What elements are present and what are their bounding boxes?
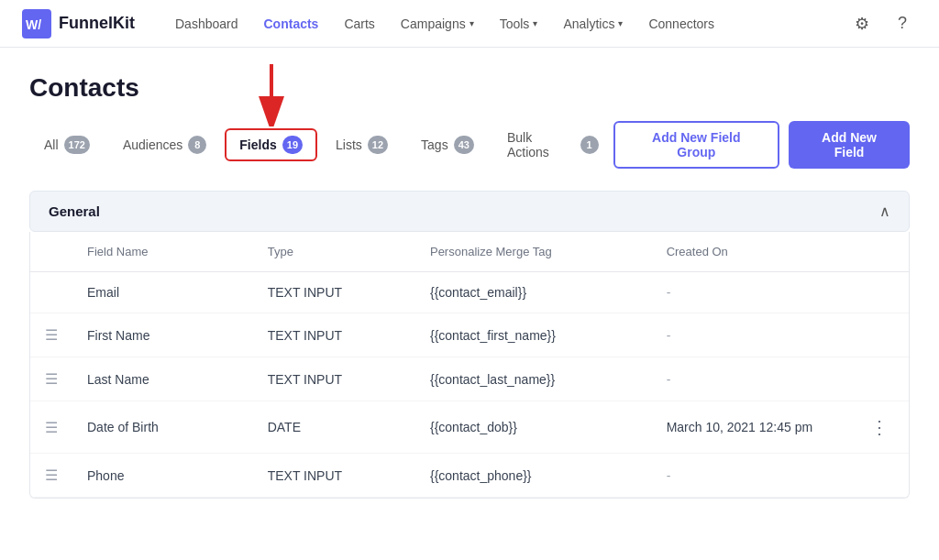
settings-button[interactable]: ⚙ xyxy=(847,9,877,38)
analytics-chevron-icon: ▾ xyxy=(618,18,623,28)
tab-bulk-actions[interactable]: Bulk Actions 1 xyxy=(492,123,613,167)
field-type-cell: TEXT INPUT xyxy=(253,357,415,401)
page-content: Contacts All 172 Audiences 8 xyxy=(0,48,939,524)
tab-all-badge: 172 xyxy=(64,136,90,154)
table-row: ☰First NameTEXT INPUT{{contact_first_nam… xyxy=(30,313,909,357)
tab-audiences[interactable]: Audiences 8 xyxy=(108,128,221,161)
section-header: General ∧ xyxy=(29,191,910,232)
tab-fields-badge: 19 xyxy=(282,136,303,154)
campaigns-chevron-icon: ▾ xyxy=(470,18,474,28)
col-name-header: Field Name xyxy=(72,232,253,272)
section-title: General xyxy=(49,203,100,219)
field-type-cell: TEXT INPUT xyxy=(253,454,415,498)
nav-icons: ⚙ ? xyxy=(847,9,917,38)
svg-text:W/: W/ xyxy=(26,17,41,32)
tab-lists-label: Lists xyxy=(336,137,362,152)
field-created-cell: - xyxy=(652,454,850,498)
field-created-cell: March 10, 2021 12:45 pm xyxy=(652,401,850,454)
nav-campaigns[interactable]: Campaigns ▾ xyxy=(390,11,485,37)
field-created-cell: - xyxy=(652,357,850,401)
tab-lists[interactable]: Lists 12 xyxy=(321,128,403,161)
tab-tags-label: Tags xyxy=(421,137,448,152)
nav-dashboard[interactable]: Dashboard xyxy=(164,11,249,37)
add-field-group-button[interactable]: Add New Field Group xyxy=(613,121,780,169)
field-merge-tag-cell: {{contact_last_name}} xyxy=(415,357,652,401)
brand: W/ FunnelKit xyxy=(22,9,135,38)
brand-logo-icon: W/ xyxy=(22,9,51,38)
tab-bulk-badge: 1 xyxy=(580,136,599,154)
drag-handle-icon[interactable]: ☰ xyxy=(45,467,58,483)
field-name-cell: Email xyxy=(72,272,253,313)
table-row: ☰PhoneTEXT INPUT{{contact_phone}}- xyxy=(30,454,909,498)
tab-fields-wrapper: Fields 19 xyxy=(225,128,317,161)
field-created-cell: - xyxy=(652,272,850,313)
table-body: EmailTEXT INPUT{{contact_email}}-☰First … xyxy=(30,272,909,498)
drag-handle-icon[interactable]: ☰ xyxy=(45,327,58,343)
col-merge-header: Personalize Merge Tag xyxy=(415,232,652,272)
col-actions-header xyxy=(850,232,909,272)
red-arrow-icon xyxy=(253,64,290,126)
field-table: Field Name Type Personalize Merge Tag Cr… xyxy=(30,232,909,498)
navbar: W/ FunnelKit Dashboard Contacts Carts Ca… xyxy=(0,0,939,48)
table-header: Field Name Type Personalize Merge Tag Cr… xyxy=(30,232,909,272)
field-name-cell: Last Name xyxy=(72,357,253,401)
tabs-container: All 172 Audiences 8 xyxy=(29,123,613,167)
field-merge-tag-cell: {{contact_phone}} xyxy=(415,454,652,498)
field-type-cell: TEXT INPUT xyxy=(253,313,415,357)
nav-tools[interactable]: Tools ▾ xyxy=(489,11,549,37)
row-more-button[interactable]: ⋮ xyxy=(865,414,894,440)
col-created-header: Created On xyxy=(652,232,850,272)
field-merge-tag-cell: {{contact_first_name}} xyxy=(415,313,652,357)
brand-name: FunnelKit xyxy=(59,14,135,33)
table-row: EmailTEXT INPUT{{contact_email}}- xyxy=(30,272,909,313)
tab-audiences-badge: 8 xyxy=(188,136,206,154)
tab-bulk-label: Bulk Actions xyxy=(507,130,575,159)
nav-carts[interactable]: Carts xyxy=(333,11,385,37)
field-name-cell: First Name xyxy=(72,313,253,357)
drag-handle-icon[interactable]: ☰ xyxy=(45,420,58,435)
field-type-cell: DATE xyxy=(253,401,415,454)
tab-all[interactable]: All 172 xyxy=(29,128,105,161)
field-name-cell: Date of Birth xyxy=(72,401,253,454)
field-name-cell: Phone xyxy=(72,454,253,498)
nav-links: Dashboard Contacts Carts Campaigns ▾ Too… xyxy=(164,11,847,37)
help-button[interactable]: ? xyxy=(888,9,917,38)
tools-chevron-icon: ▾ xyxy=(533,18,537,28)
col-drag-header xyxy=(30,232,72,272)
field-created-cell: - xyxy=(652,313,850,357)
tab-all-label: All xyxy=(44,137,59,152)
tab-fields[interactable]: Fields 19 xyxy=(225,128,317,161)
tab-tags[interactable]: Tags 43 xyxy=(406,128,489,161)
nav-analytics[interactable]: Analytics ▾ xyxy=(552,11,634,37)
tab-lists-badge: 12 xyxy=(368,136,388,154)
section-collapse-icon[interactable]: ∧ xyxy=(879,203,890,220)
drag-handle-icon[interactable]: ☰ xyxy=(45,371,58,387)
tabs-row: All 172 Audiences 8 xyxy=(29,121,910,169)
tab-audiences-label: Audiences xyxy=(123,137,182,152)
tab-tags-badge: 43 xyxy=(454,136,474,154)
field-merge-tag-cell: {{contact_dob}} xyxy=(415,401,652,454)
nav-contacts[interactable]: Contacts xyxy=(253,11,330,37)
page-title: Contacts xyxy=(29,73,910,103)
tab-actions: Add New Field Group Add New Field xyxy=(613,121,910,169)
add-field-button[interactable]: Add New Field xyxy=(789,121,910,169)
tab-fields-label: Fields xyxy=(239,137,276,152)
table-row: ☰Date of BirthDATE{{contact_dob}}March 1… xyxy=(30,401,909,454)
nav-connectors[interactable]: Connectors xyxy=(637,11,725,37)
field-table-wrapper: Field Name Type Personalize Merge Tag Cr… xyxy=(29,232,910,499)
table-row: ☰Last NameTEXT INPUT{{contact_last_name}… xyxy=(30,357,909,401)
field-merge-tag-cell: {{contact_email}} xyxy=(415,272,652,313)
field-type-cell: TEXT INPUT xyxy=(253,272,415,313)
col-type-header: Type xyxy=(253,232,415,272)
